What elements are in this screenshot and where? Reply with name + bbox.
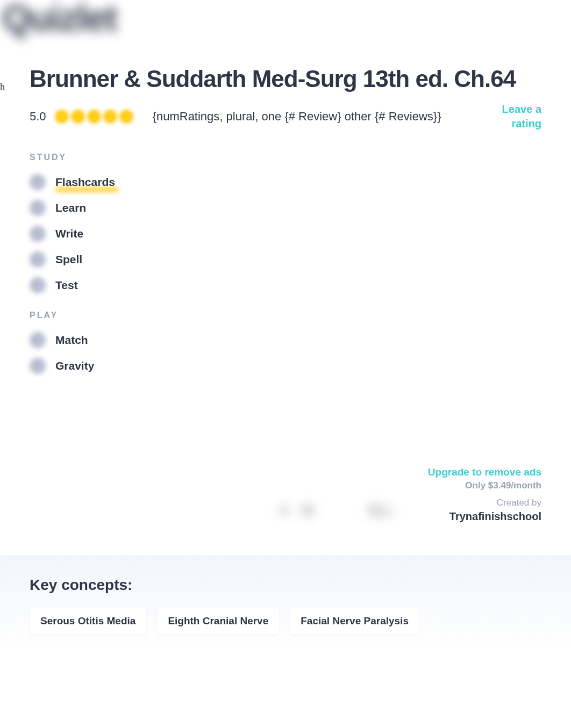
write-icon [30, 226, 46, 242]
mode-label: Match [55, 334, 88, 347]
key-concepts-title: Key concepts: [30, 576, 541, 594]
mode-match[interactable]: Match [30, 330, 88, 350]
mode-spell[interactable]: Spell [30, 249, 82, 270]
star-icon [87, 110, 101, 124]
mode-label: Test [55, 279, 78, 292]
mode-gravity[interactable]: Gravity [30, 356, 94, 376]
star-icon [55, 110, 69, 124]
study-section-label: STUDY [30, 153, 541, 162]
upgrade-price: Only $3.49/month [30, 480, 541, 491]
reviews-count-text: {numRatings, plural, one {# Review} othe… [145, 107, 469, 126]
mode-label: Spell [55, 253, 82, 266]
study-modes-list: Flashcards Learn Write Spell Test [30, 172, 541, 295]
rating-row: 5.0 {numRatings, plural, one {# Review} … [30, 102, 541, 131]
mode-label: Gravity [55, 359, 94, 372]
learn-icon [30, 200, 46, 216]
main-content: Brunner & Suddarth Med-Surg 13th ed. Ch.… [0, 66, 571, 672]
key-concepts-section: Key concepts: Serous Otitis Media Eighth… [0, 555, 571, 651]
play-modes-list: Match Gravity [30, 330, 541, 376]
mode-flashcards[interactable]: Flashcards [30, 172, 115, 192]
leave-rating-link[interactable]: Leave a rating [477, 102, 541, 131]
upgrade-link[interactable]: Upgrade to remove ads [30, 466, 541, 478]
test-icon [30, 277, 46, 293]
mode-label: Flashcards [55, 176, 115, 189]
star-icon [103, 110, 117, 124]
mode-label: Learn [55, 201, 86, 214]
brand-logo[interactable]: Quizlet [2, 0, 571, 39]
header: Quizlet [0, 0, 571, 43]
gravity-icon [30, 358, 46, 374]
match-icon [30, 332, 46, 348]
spell-icon [30, 251, 46, 268]
creator-name-link[interactable]: Trynafinishschool [449, 510, 541, 523]
mode-learn[interactable]: Learn [30, 198, 86, 218]
concept-chip[interactable]: Serous Otitis Media [30, 608, 146, 635]
rating-value: 5.0 [30, 110, 46, 124]
mode-test[interactable]: Test [30, 275, 78, 295]
star-icon [119, 110, 133, 124]
mode-label: Write [55, 227, 83, 240]
mode-write[interactable]: Write [30, 224, 83, 244]
creator-row: Created by Trynafinishschool [30, 498, 541, 523]
concept-chip[interactable]: Eighth Cranial Nerve [157, 608, 279, 635]
key-concepts-chips: Serous Otitis Media Eighth Cranial Nerve… [30, 608, 541, 635]
concept-chip[interactable]: Facial Nerve Paralysis [290, 608, 419, 635]
star-icon [71, 110, 85, 124]
creator-text: Created by Trynafinishschool [449, 498, 541, 523]
ad-placeholder [30, 391, 541, 466]
upgrade-block: Upgrade to remove ads Only $3.49/month [30, 466, 541, 491]
play-section-label: PLAY [30, 311, 541, 320]
star-rating[interactable] [55, 110, 138, 124]
page-title: Brunner & Suddarth Med-Surg 13th ed. Ch.… [30, 66, 541, 92]
flashcards-icon [30, 174, 46, 190]
avatar-icon [238, 496, 394, 525]
created-by-label: Created by [449, 498, 541, 508]
